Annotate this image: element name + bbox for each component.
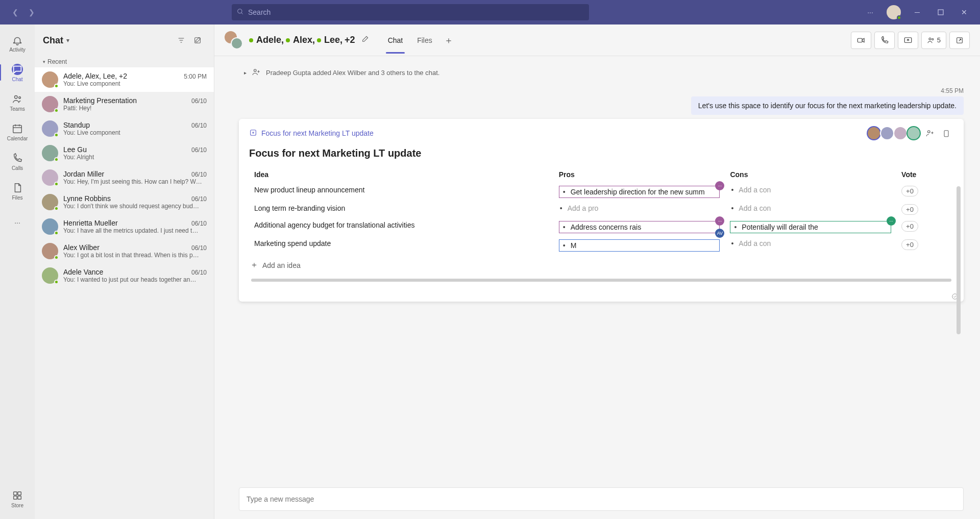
avatar-icon [42, 243, 58, 259]
chat-preview: You: Live component [63, 80, 207, 87]
presence-icon [249, 38, 253, 42]
live-title: Focus for next Marketing LT update [249, 147, 953, 159]
calendar-icon [11, 122, 23, 135]
rail-teams[interactable]: Teams [0, 88, 35, 116]
live-component-body[interactable]: Focus for next Marketing LT update Idea … [239, 145, 964, 291]
chat-name: Lee Gu [63, 145, 87, 154]
chat-preview: You: I wanted to just put our heads toge… [63, 276, 207, 283]
chat-name: Jordan Miller [63, 170, 104, 178]
presence-icon [54, 108, 59, 113]
close-button[interactable]: ✕ [952, 0, 976, 24]
tab-files[interactable]: Files [411, 27, 438, 54]
chat-list-item[interactable]: Henrietta Mueller06/10You: I have all th… [35, 214, 214, 239]
profile-avatar[interactable] [882, 0, 905, 24]
share-collaborators-button[interactable] [923, 126, 937, 140]
scrollbar[interactable] [957, 186, 961, 334]
presence-icon [897, 15, 901, 20]
svg-rect-10 [18, 491, 21, 495]
live-breadcrumb[interactable]: Focus for next Marketing LT update [261, 129, 374, 137]
chat-list-pane: Chat ▾ ▾ Recent Adele, Alex, Lee, +25:00… [35, 24, 214, 519]
avatar-icon [42, 96, 58, 112]
video-call-button[interactable] [851, 32, 871, 49]
chat-list-item[interactable]: Jordan Miller06/10You: Hey, I'm just see… [35, 165, 214, 190]
composer-placeholder: Type a new message [247, 495, 314, 503]
title-bar: ❮ ❯ Search ··· ─ ✕ [0, 0, 980, 24]
app-rail: Activity Chat Teams Calendar Calls [0, 24, 35, 519]
chat-list-item[interactable]: Standup06/10You: Live component [35, 116, 214, 141]
add-idea-button[interactable]: ＋ Add an idea [249, 255, 953, 273]
chevron-down-icon[interactable]: ▾ [66, 37, 69, 44]
pro-cell[interactable]: M [559, 239, 720, 252]
scrollbar-horizontal[interactable] [251, 279, 951, 282]
rail-calls[interactable]: Calls [0, 147, 35, 176]
rail-chat[interactable]: Chat [0, 58, 35, 87]
expand-icon[interactable]: ▸ [244, 70, 247, 76]
search-input[interactable]: Search [232, 4, 589, 20]
chat-list-header: Chat ▾ [35, 24, 214, 56]
forward-button[interactable]: ❯ [26, 5, 38, 19]
pro-cell[interactable]: Add a pro [559, 204, 720, 212]
con-cell[interactable]: Add a con [730, 204, 891, 212]
presence-icon [54, 280, 59, 284]
chat-header: Adele, Alex, Lee, +2 Chat Files ＋ [214, 24, 980, 56]
svg-rect-17 [857, 38, 862, 42]
minimize-button[interactable]: ─ [905, 0, 929, 24]
vote-button[interactable]: +0 [901, 221, 918, 232]
collaborator-avatar[interactable] [893, 126, 908, 140]
share-screen-button[interactable] [898, 32, 918, 49]
audio-call-button[interactable] [874, 32, 895, 49]
chat-list-item[interactable]: Marketing Presentation06/10Patti: Hey! [35, 92, 214, 116]
col-idea: Idea [249, 166, 554, 183]
pro-cell[interactable]: Get leadership direction for the new sum… [559, 186, 720, 198]
rail-calendar[interactable]: Calendar [0, 117, 35, 146]
new-chat-button[interactable] [189, 32, 206, 48]
con-cell[interactable]: Potentially will derail the ··· [730, 221, 891, 233]
rail-store[interactable]: Store [0, 484, 35, 513]
tab-chat[interactable]: Chat [382, 27, 409, 54]
idea-cell[interactable]: New product lineup announcement [254, 186, 549, 194]
idea-cell[interactable]: Additional agency budget for translation… [254, 221, 549, 229]
add-tab-button[interactable]: ＋ [440, 32, 457, 48]
collaborator-avatar[interactable] [880, 126, 894, 140]
bell-icon [11, 34, 23, 46]
sent-status-icon [239, 291, 964, 302]
table-row: New product lineup announcement Get lead… [249, 183, 953, 201]
chat-list-item[interactable]: Lynne Robbins06/10You: I don't think we … [35, 190, 214, 214]
fullscreen-component-button[interactable] [939, 126, 953, 140]
chat-list-item[interactable]: Adele Vance06/10You: I wanted to just pu… [35, 263, 214, 288]
popout-button[interactable] [949, 32, 970, 49]
message-composer[interactable]: Type a new message [239, 487, 964, 511]
idea-cell[interactable]: Marketing spend update [254, 239, 549, 248]
rail-more[interactable]: ··· [0, 208, 35, 237]
filter-button[interactable] [173, 32, 189, 48]
chat-list-item[interactable]: Alex Wilber06/10You: I got a bit lost in… [35, 239, 214, 263]
pro-cell[interactable]: Address concerns rais ··· AV [559, 221, 720, 233]
avatar-icon [42, 169, 58, 186]
vote-button[interactable]: +0 [901, 239, 918, 250]
edit-title-button[interactable] [361, 35, 370, 45]
chat-name: Marketing Presentation [63, 96, 137, 105]
vote-button[interactable]: +0 [901, 204, 918, 215]
participants-button[interactable]: 5 [921, 32, 946, 49]
chat-time: 06/10 [187, 146, 207, 154]
presence-icon [286, 38, 290, 42]
more-title-button[interactable]: ··· [859, 0, 882, 24]
con-cell[interactable]: Add a con [730, 239, 891, 248]
chat-list-item[interactable]: Adele, Alex, Lee, +25:00 PMYou: Live com… [35, 67, 214, 92]
rail-files[interactable]: Files [0, 177, 35, 205]
col-vote: Vote [896, 166, 953, 183]
collaborator-avatar[interactable] [867, 126, 881, 140]
chat-preview: You: I have all the metrics updated. I j… [63, 227, 207, 234]
idea-cell[interactable]: Long term re-branding vision [254, 204, 549, 212]
chat-list-item[interactable]: Lee Gu06/10You: Alright [35, 141, 214, 165]
vote-button[interactable]: +0 [901, 186, 918, 196]
back-button[interactable]: ❮ [9, 5, 21, 19]
con-cell[interactable]: Add a con [730, 186, 891, 194]
svg-point-19 [929, 38, 931, 40]
recent-section-toggle[interactable]: ▾ Recent [35, 56, 214, 67]
rail-activity[interactable]: Activity [0, 29, 35, 57]
collaborator-avatar[interactable] [906, 126, 921, 140]
chat-name: Alex Wilber [63, 243, 100, 252]
table-row: Marketing spend update M Add a con +0 [249, 236, 953, 255]
maximize-button[interactable] [929, 0, 952, 24]
